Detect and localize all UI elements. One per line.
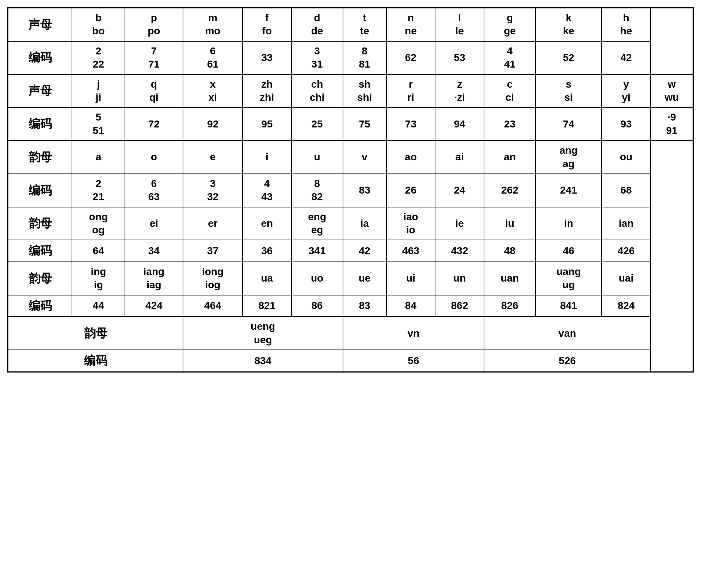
bianhao-cell-3: 821 (243, 295, 292, 317)
yunmu-cell-8: iu (484, 207, 536, 240)
shengmu-cell-0: bbo (72, 8, 125, 41)
yunmu-cell-3: en (243, 207, 292, 240)
bianhao-special-cell: 834 (183, 350, 343, 372)
phonetics-table: 声母bboppommoffoddettennelleggekkehhe编码222… (7, 7, 694, 373)
shengmu-cell-1: qqi (125, 75, 183, 108)
yunmu-label: 韵母 (8, 317, 183, 350)
bianhao-cell-5: 75 (343, 107, 386, 141)
bianhao-cell-1: 72 (125, 107, 183, 141)
yunmu-cell-7: ie (435, 207, 484, 240)
shengmu-cell-4: chchi (292, 75, 343, 108)
bianhao-cell-2: 661 (183, 41, 243, 75)
shengmu-cell-1: ppo (125, 8, 183, 41)
shengmu-cell-8: gge (484, 8, 536, 41)
yunmu-cell-2: iongiog (183, 262, 243, 295)
shengmu-cell-3: ffo (243, 8, 292, 41)
bianhao-cell-9: 841 (536, 295, 602, 317)
bianhao-cell-7: 432 (435, 240, 484, 262)
shengmu-cell-11: wwu (651, 75, 693, 108)
yunmu-cell-8: an (484, 141, 536, 174)
bianhao-cell-1: 663 (125, 174, 183, 207)
bianhao-cell-2: 464 (183, 295, 243, 317)
bianhao-cell-6: 62 (386, 41, 435, 75)
yunmu-cell-7: un (435, 262, 484, 295)
yunmu-cell-4: u (292, 141, 343, 174)
bianhao-cell-1: 424 (125, 295, 183, 317)
yunmu-cell-9: in (536, 207, 602, 240)
yunmu-cell-5: ue (343, 262, 386, 295)
shengmu-cell-9: kke (536, 8, 602, 41)
yunmu-cell-9: uangug (536, 262, 602, 295)
bianhao-cell-6: 26 (386, 174, 435, 207)
shengmu-cell-0: jji (72, 75, 125, 108)
main-table-container: 声母bboppommoffoddettennelleggekkehhe编码222… (7, 7, 694, 373)
bianhao-cell-3: 443 (243, 174, 292, 207)
yunmu-special-cell: uengueg (183, 317, 343, 350)
yunmu-cell-5: v (343, 141, 386, 174)
bianhao-cell-7: 94 (435, 107, 484, 141)
bianhao-cell-7: 24 (435, 174, 484, 207)
bianhao-cell-4: 331 (292, 41, 343, 75)
bianhao-cell-4: 882 (292, 174, 343, 207)
bianhao-cell-10: 93 (602, 107, 651, 141)
shengmu-cell-9: ssi (536, 75, 602, 108)
shengmu-label: 声母 (8, 75, 72, 108)
bianhao-cell-8: 826 (484, 295, 536, 317)
shengmu-cell-10: hhe (602, 8, 651, 41)
bianhao-cell-9: 46 (536, 240, 602, 262)
bianhao-cell-3: 33 (243, 41, 292, 75)
yunmu-cell-7: ai (435, 141, 484, 174)
yunmu-cell-0: ingig (72, 262, 125, 295)
yunmu-cell-4: uo (292, 262, 343, 295)
bianhao-cell-5: 83 (343, 295, 386, 317)
yunmu-cell-10: ou (602, 141, 651, 174)
bianhao-cell-8: 48 (484, 240, 536, 262)
shengmu-cell-6: nne (386, 8, 435, 41)
bianhao-cell-10: 824 (602, 295, 651, 317)
shengmu-cell-7: z·zi (435, 75, 484, 108)
bianhao-cell-10: 68 (602, 174, 651, 207)
bianhao-label: 编码 (8, 350, 183, 372)
bianhao-cell-0: 551 (72, 107, 125, 141)
yunmu-cell-6: ui (386, 262, 435, 295)
bianhao-cell-7: 862 (435, 295, 484, 317)
yunmu-cell-10: uai (602, 262, 651, 295)
yunmu-cell-6: ao (386, 141, 435, 174)
bianhao-cell-0: 44 (72, 295, 125, 317)
bianhao-label: 编码 (8, 295, 72, 317)
bianhao-cell-1: 34 (125, 240, 183, 262)
yunmu-cell-0: a (72, 141, 125, 174)
bianhao-cell-7: 53 (435, 41, 484, 75)
bianhao-label: 编码 (8, 107, 72, 141)
yunmu-cell-4: engeg (292, 207, 343, 240)
bianhao-cell-4: 86 (292, 295, 343, 317)
yunmu-cell-1: iangiag (125, 262, 183, 295)
yunmu-special-cell: vn (343, 317, 484, 350)
bianhao-cell-6: 73 (386, 107, 435, 141)
bianhao-cell-4: 25 (292, 107, 343, 141)
bianhao-cell-2: 92 (183, 107, 243, 141)
bianhao-cell-3: 95 (243, 107, 292, 141)
bianhao-label: 编码 (8, 240, 72, 262)
shengmu-cell-7: lle (435, 8, 484, 41)
bianhao-cell-0: 221 (72, 174, 125, 207)
yunmu-cell-1: ei (125, 207, 183, 240)
yunmu-cell-8: uan (484, 262, 536, 295)
yunmu-cell-2: e (183, 141, 243, 174)
shengmu-cell-2: xxi (183, 75, 243, 108)
bianhao-cell-10: 42 (602, 41, 651, 75)
bianhao-cell-10: 426 (602, 240, 651, 262)
bianhao-cell-0: 222 (72, 41, 125, 75)
bianhao-cell-2: 332 (183, 174, 243, 207)
shengmu-cell-3: zhzhi (243, 75, 292, 108)
bianhao-special-cell: 56 (343, 350, 484, 372)
bianhao-cell-2: 37 (183, 240, 243, 262)
bianhao-cell-9: 52 (536, 41, 602, 75)
bianhao-cell-9: 241 (536, 174, 602, 207)
bianhao-cell-11: ·991 (651, 107, 693, 141)
bianhao-cell-5: 881 (343, 41, 386, 75)
bianhao-cell-4: 341 (292, 240, 343, 262)
yunmu-cell-5: ia (343, 207, 386, 240)
bianhao-special-cell: 526 (484, 350, 651, 372)
shengmu-cell-2: mmo (183, 8, 243, 41)
